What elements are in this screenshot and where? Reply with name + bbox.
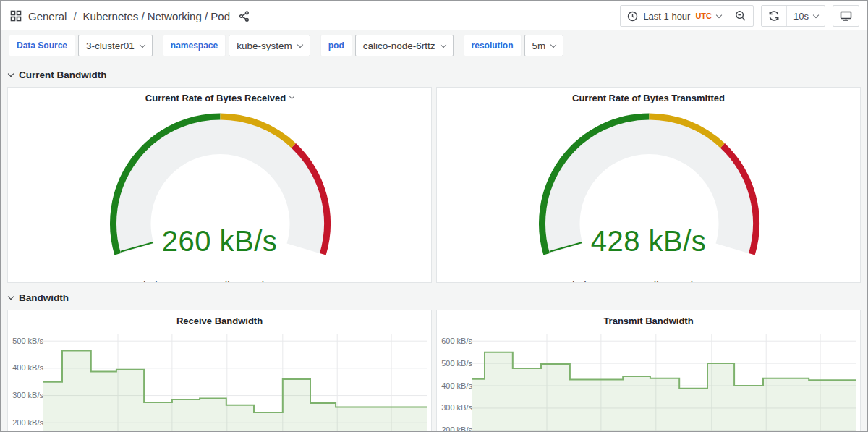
panel-title-receive-bandwidth[interactable]: Receive Bandwidth [8, 310, 431, 331]
chevron-down-icon [716, 12, 722, 17]
y-axis-tick-label: 400 kB/s [12, 363, 43, 373]
time-picker-group: Last 1 hour UTC [620, 5, 754, 27]
y-axis-tick-label: 600 kB/s [441, 336, 472, 346]
refresh-icon [768, 10, 780, 22]
y-axis-tick-label: 200 kB/s [12, 418, 43, 428]
timezone-label: UTC [695, 12, 712, 20]
filter-pod: pod calico-node-6rttz [320, 35, 454, 56]
datasource-label[interactable]: Data Source [9, 35, 75, 56]
breadcrumb-folder[interactable]: General [28, 10, 67, 22]
clock-icon [627, 11, 638, 22]
panel-title-text: Receive Bandwidth [176, 315, 263, 326]
filter-resolution: resolution 5m [464, 35, 564, 56]
variable-filter-bar: Data Source 3-cluster01 namespace kube-s… [1, 30, 867, 62]
panel-title-text: Transmit Bandwidth [603, 315, 693, 326]
share-icon[interactable] [239, 11, 250, 22]
nav-controls: Last 1 hour UTC [620, 5, 859, 27]
gauge-series-label: kube-system: calico-node-6rttz [437, 279, 860, 283]
resolution-value: 5m [532, 41, 546, 51]
refresh-interval-label: 10s [793, 11, 809, 22]
chevron-down-icon [140, 41, 145, 47]
breadcrumb: General / Kubernetes / Networking / Pod [10, 10, 250, 22]
row-header-current-bandwidth[interactable]: Current Bandwidth [1, 67, 867, 82]
zoom-out-button[interactable] [728, 6, 753, 26]
filter-datasource: Data Source 3-cluster01 [9, 35, 153, 56]
row-title: Bandwidth [19, 292, 69, 303]
row-header-bandwidth[interactable]: Bandwidth [1, 289, 867, 305]
panel-rate-bytes-received: Current Rate of Bytes Received 260 kB/s … [7, 87, 432, 283]
panel-title-transmit-bandwidth[interactable]: Transmit Bandwidth [437, 310, 860, 331]
dashboards-grid-icon[interactable] [10, 10, 22, 22]
namespace-label[interactable]: namespace [163, 35, 226, 56]
refresh-interval-dropdown[interactable]: 10s [787, 6, 825, 26]
panel-title-transmitted[interactable]: Current Rate of Bytes Transmitted [437, 88, 860, 108]
kiosk-group [833, 5, 859, 27]
gauge-panels-row: Current Rate of Bytes Received 260 kB/s … [7, 87, 861, 283]
tv-mode-button[interactable] [833, 6, 859, 26]
gauge-received: 260 kB/s kube-system: calico-node-6rttz [8, 108, 431, 283]
pod-value: calico-node-6rttz [363, 41, 435, 51]
gauge-transmitted: 428 kB/s kube-system: calico-node-6rttz [437, 108, 860, 283]
panel-rate-bytes-transmitted: Current Rate of Bytes Transmitted 428 kB… [436, 87, 861, 283]
panel-transmit-bandwidth: Transmit Bandwidth 600 kB/s500 kB/s400 k… [436, 310, 861, 432]
resolution-label[interactable]: resolution [464, 35, 522, 56]
bandwidth-panels-row: Receive Bandwidth 500 kB/s400 kB/s300 kB… [7, 310, 861, 432]
transmit-bandwidth-chart[interactable]: 600 kB/s500 kB/s400 kB/s300 kB/s200 kB/s [437, 331, 860, 432]
y-axis-tick-label: 300 kB/s [12, 391, 43, 400]
y-axis-tick-label: 200 kB/s [441, 425, 472, 432]
pod-label[interactable]: pod [320, 35, 352, 56]
y-axis-tick-label: 500 kB/s [441, 359, 472, 368]
datasource-dropdown[interactable]: 3-cluster01 [78, 35, 153, 56]
tv-monitor-icon [840, 10, 852, 22]
top-nav-bar: General / Kubernetes / Networking / Pod [1, 1, 867, 30]
y-axis-tick-label: 400 kB/s [441, 381, 472, 391]
plot-area[interactable] [472, 334, 856, 432]
chevron-down-icon [289, 94, 294, 99]
chevron-down-icon [8, 293, 14, 299]
panel-title-text: Current Rate of Bytes Transmitted [572, 93, 725, 103]
time-range-label: Last 1 hour [643, 11, 690, 22]
row-title: Current Bandwidth [19, 69, 107, 80]
chevron-down-icon [440, 41, 446, 47]
zoom-out-icon [735, 10, 746, 22]
namespace-dropdown[interactable]: kube-system [229, 35, 310, 56]
gauge-value: 428 kB/s [437, 224, 860, 258]
breadcrumb-dashboard-title[interactable]: Kubernetes / Networking / Pod [83, 10, 230, 22]
filter-namespace: namespace kube-system [163, 35, 310, 56]
chevron-down-icon [8, 70, 14, 76]
y-axis-tick-label: 300 kB/s [441, 403, 472, 412]
panel-title-text: Current Rate of Bytes Received [145, 93, 286, 103]
namespace-value: kube-system [237, 41, 292, 51]
chevron-down-icon [297, 41, 302, 47]
gauge-value: 260 kB/s [8, 224, 431, 258]
y-axis-tick-label: 500 kB/s [12, 336, 43, 346]
plot-area[interactable] [43, 334, 427, 432]
time-range-button[interactable]: Last 1 hour UTC [621, 6, 728, 26]
chevron-down-icon [550, 41, 556, 47]
panel-receive-bandwidth: Receive Bandwidth 500 kB/s400 kB/s300 kB… [7, 310, 432, 432]
panel-title-received[interactable]: Current Rate of Bytes Received [8, 88, 431, 108]
gauge-series-label: kube-system: calico-node-6rttz [8, 279, 431, 283]
receive-bandwidth-chart[interactable]: 500 kB/s400 kB/s300 kB/s200 kB/s [8, 331, 431, 432]
refresh-group: 10s [761, 5, 825, 27]
breadcrumb-separator: / [73, 10, 76, 22]
pod-dropdown[interactable]: calico-node-6rttz [355, 35, 454, 56]
dashboard-window: General / Kubernetes / Networking / Pod [0, 0, 868, 432]
chevron-down-icon [813, 12, 819, 17]
refresh-button[interactable] [762, 6, 786, 26]
datasource-value: 3-cluster01 [86, 41, 135, 51]
resolution-dropdown[interactable]: 5m [524, 35, 564, 56]
